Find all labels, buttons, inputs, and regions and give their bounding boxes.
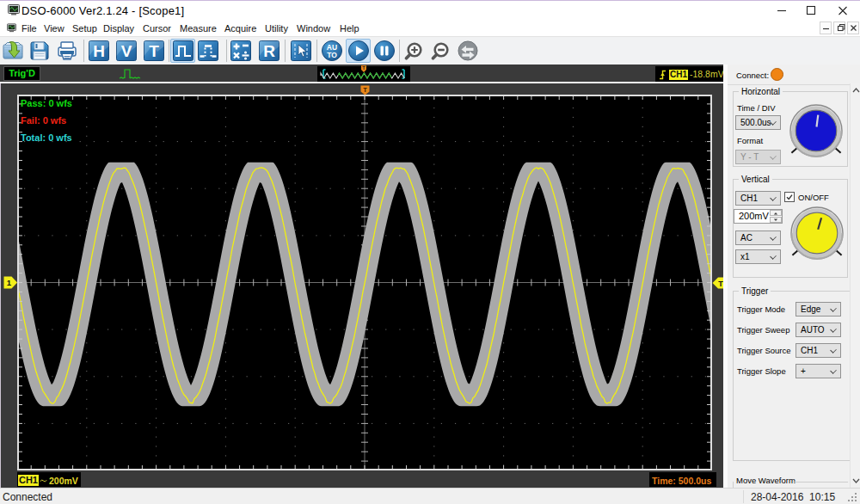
svg-text:1: 1 (7, 278, 12, 287)
svg-text:T: T (149, 42, 159, 60)
svg-text:V: V (121, 42, 132, 60)
svg-text:R: R (263, 42, 275, 60)
svg-text:TO: TO (327, 51, 337, 59)
svg-text:H: H (93, 42, 105, 60)
svg-text:T: T (363, 86, 367, 94)
